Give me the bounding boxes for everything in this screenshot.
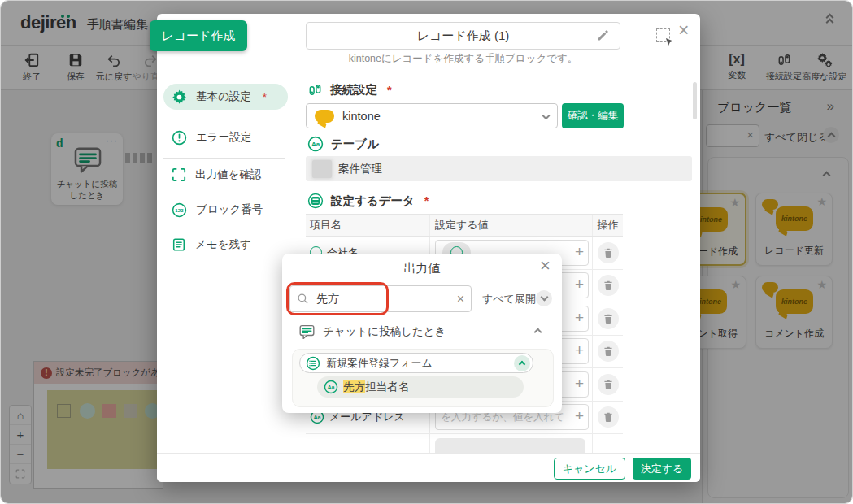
- nav-check-output[interactable]: 出力値を確認: [163, 162, 288, 188]
- output-check-icon: [172, 167, 186, 182]
- nav-label: 基本の設定: [196, 89, 251, 104]
- edit-title-icon[interactable]: [596, 28, 610, 45]
- expand-all-chevron[interactable]: [536, 290, 552, 306]
- cancel-button[interactable]: キャンセル: [554, 458, 625, 480]
- block-title-text: レコード作成 (1): [417, 28, 510, 44]
- table-field-readonly: 案件管理: [306, 156, 692, 181]
- text-type-icon: Aa: [307, 136, 324, 152]
- plug-icon: [307, 82, 323, 98]
- nav-label: ブロック番号: [196, 202, 263, 217]
- required-asterisk: *: [424, 194, 429, 207]
- delete-row-button[interactable]: [598, 406, 619, 428]
- delete-row-button[interactable]: [598, 374, 619, 395]
- nav-label: 出力値を確認: [195, 167, 261, 182]
- kintone-logo: [315, 110, 334, 123]
- section-label: 設定するデータ: [331, 193, 415, 209]
- data-section-header: 設定するデータ*: [307, 193, 429, 209]
- add-value-icon[interactable]: +: [575, 276, 584, 293]
- required-asterisk: *: [387, 84, 392, 97]
- nav-divider: [163, 158, 285, 159]
- tree-root-label: チャットに投稿したとき: [323, 324, 446, 339]
- tree-group-form[interactable]: 新規案件登録フォーム: [299, 353, 533, 373]
- nav-label: メモを残す: [195, 237, 251, 252]
- redacted-thumbnail: [312, 160, 332, 178]
- search-icon: [297, 293, 309, 305]
- svg-text:Aa: Aa: [311, 141, 320, 148]
- trash-icon: [603, 280, 614, 291]
- text-type-icon: Aa: [324, 380, 338, 394]
- svg-text:Aa: Aa: [313, 414, 321, 421]
- table-header-row: 項目名 設定する値 操作: [306, 214, 623, 237]
- form-list-icon: [306, 356, 320, 371]
- memo-icon: [172, 237, 186, 252]
- add-value-icon[interactable]: +: [575, 341, 584, 359]
- modal-close-icon[interactable]: ×: [678, 21, 689, 40]
- chevron-down-icon: [542, 112, 551, 120]
- nav-block-number[interactable]: 123 ブロック番号: [163, 197, 288, 223]
- confirm-edit-button[interactable]: 確認・編集: [562, 103, 624, 128]
- marquee-select-icon[interactable]: [656, 28, 670, 42]
- modal-footer: キャンセル 決定する: [157, 453, 700, 482]
- nav-basic-settings[interactable]: 基本の設定*: [163, 84, 288, 110]
- add-value-icon[interactable]: +: [575, 309, 584, 327]
- expand-all-button[interactable]: すべて展開: [482, 292, 536, 306]
- delete-row-button[interactable]: [598, 308, 619, 329]
- output-search-box[interactable]: ×: [289, 285, 472, 312]
- table-row-partial: [306, 434, 623, 453]
- svg-text:Aa: Aa: [327, 384, 335, 391]
- error-icon: [172, 130, 187, 146]
- tree-leaf-contact-name[interactable]: Aa 先方担当者名: [317, 376, 524, 398]
- delete-row-button[interactable]: [598, 242, 619, 263]
- output-search-input[interactable]: [315, 292, 429, 306]
- submit-button[interactable]: 決定する: [633, 458, 691, 480]
- popup-title: 出力値: [282, 261, 562, 276]
- modal-subtitle: kintoneにレコードを作成する手順ブロックです。: [306, 52, 620, 66]
- modal-scrollbar[interactable]: [693, 82, 697, 119]
- nav-leave-memo[interactable]: メモを残す: [163, 232, 288, 258]
- value-chip[interactable]: [435, 438, 585, 453]
- trash-icon: [603, 345, 614, 357]
- connection-select[interactable]: kintone: [306, 103, 558, 128]
- search-match-highlight: 先方: [343, 380, 365, 393]
- add-value-icon[interactable]: +: [575, 407, 584, 425]
- block-type-tag: レコード作成: [150, 20, 247, 51]
- delete-row-button[interactable]: [598, 275, 619, 296]
- collapse-chevron[interactable]: [534, 328, 542, 336]
- block-title-input[interactable]: レコード作成 (1): [306, 22, 620, 50]
- nav-label: エラー設定: [196, 130, 251, 145]
- group-collapse-chevron[interactable]: [514, 355, 530, 371]
- tree-group-label: 新規案件登録フォーム: [326, 356, 433, 371]
- trash-icon: [603, 379, 614, 390]
- app-window: dejiren 手順書編集 終了 保存 元に戻す やり直し り [x: [0, 0, 853, 504]
- tree-root-chat-posted[interactable]: チャットに投稿したとき: [298, 320, 546, 343]
- tree-leaf-label: 先方担当者名: [343, 380, 409, 394]
- clear-search-icon[interactable]: ×: [457, 292, 464, 306]
- chat-bubble-icon: [298, 324, 316, 341]
- svg-text:123: 123: [175, 206, 184, 212]
- tree-group-container: 新規案件登録フォーム Aa 先方担当者名: [292, 349, 554, 407]
- output-value-popup: 出力値 × × すべて展開 チャットに投稿したとき 新規案件登録フォーム Aa …: [282, 254, 562, 413]
- table-field-value: 案件管理: [338, 162, 382, 176]
- add-value-icon[interactable]: +: [575, 243, 584, 261]
- col-header-action: 操作: [592, 215, 623, 236]
- connection-value: kintone: [342, 110, 381, 123]
- data-table-icon: [307, 193, 324, 209]
- col-header-name: 項目名: [306, 218, 429, 232]
- connection-section-header: 接続設定*: [307, 82, 392, 98]
- section-label: テーブル: [331, 137, 379, 152]
- add-value-icon[interactable]: +: [575, 375, 584, 393]
- number-icon: 123: [172, 202, 187, 218]
- required-asterisk: *: [263, 91, 267, 103]
- table-section-header: Aa テーブル: [307, 136, 379, 152]
- trash-icon: [603, 411, 614, 423]
- gear-icon: [172, 89, 187, 105]
- section-label: 接続設定: [330, 82, 377, 98]
- delete-row-button[interactable]: [598, 341, 619, 362]
- col-header-value: 設定する値: [429, 215, 592, 236]
- trash-icon: [603, 247, 614, 259]
- trash-icon: [603, 313, 614, 324]
- nav-error-settings[interactable]: エラー設定: [163, 124, 288, 150]
- popup-close-icon[interactable]: ×: [540, 255, 551, 276]
